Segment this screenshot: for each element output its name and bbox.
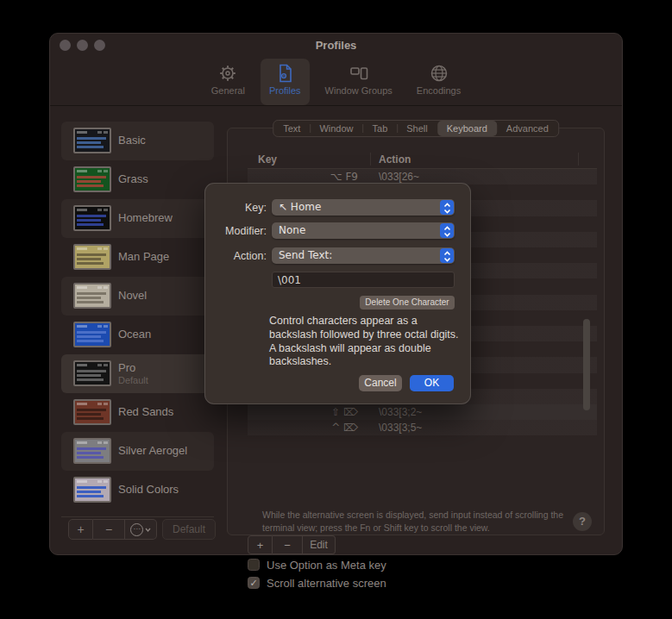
add-binding-button[interactable]: + — [248, 535, 273, 554]
profile-thumbnail — [73, 438, 111, 464]
profile-thumbnail — [73, 360, 111, 386]
ok-button[interactable]: OK — [410, 375, 454, 391]
profile-thumbnail — [73, 166, 111, 192]
remove-profile-button[interactable]: − — [93, 519, 125, 540]
profile-name: Red Sands — [118, 405, 173, 418]
table-header: Key Action — [248, 150, 597, 169]
profile-name: Grass — [118, 172, 148, 185]
tab-keyboard[interactable]: Keyboard — [437, 121, 497, 136]
preferences-window: Profiles General Pr — [49, 33, 623, 555]
modifier-popup[interactable]: None — [272, 222, 455, 239]
tab-window[interactable]: Window — [310, 121, 362, 136]
profile-name: Pro — [118, 361, 135, 374]
profile-thumbnail — [73, 128, 111, 153]
key-popup-value: ↖ Home — [279, 201, 321, 213]
profile-name: Silver Aerogel — [118, 444, 187, 457]
cancel-button[interactable]: Cancel — [359, 375, 402, 391]
window-groups-icon — [349, 63, 369, 84]
key-popup[interactable]: ↖ Home — [272, 199, 455, 216]
profile-row-red-sands[interactable]: Red Sands — [61, 393, 214, 432]
profile-row-homebrew[interactable]: Homebrew — [61, 199, 214, 238]
profile-thumbnail — [73, 399, 111, 425]
profile-row-basic[interactable]: Basic — [61, 122, 214, 160]
profile-thumbnail — [73, 205, 111, 231]
tab-shell[interactable]: Shell — [397, 121, 436, 136]
toolbar-item-window-groups[interactable]: Window Groups — [317, 59, 401, 105]
profile-actions-menu-button[interactable]: ⋯ — [125, 519, 157, 540]
modifier-label: Modifier: — [205, 225, 267, 237]
toolbar-item-encodings[interactable]: Encodings — [408, 59, 469, 105]
profile-row-pro[interactable]: Pro Default — [61, 354, 214, 393]
up-down-chevrons-icon — [443, 203, 451, 214]
chevron-down-icon — [145, 528, 151, 532]
globe-icon — [429, 63, 449, 84]
up-down-chevrons-icon — [443, 251, 451, 262]
toolbar-item-profiles[interactable]: Profiles — [261, 59, 310, 105]
edit-button-label: Edit — [310, 539, 328, 551]
table-scrollbar[interactable] — [583, 319, 590, 410]
popup-stepper-capsule — [440, 248, 454, 263]
remove-binding-button[interactable]: − — [273, 535, 303, 554]
toolbar-item-general[interactable]: General — [203, 59, 254, 105]
profile-thumbnail — [73, 477, 111, 503]
delete-one-character-button[interactable]: Delete One Character — [360, 296, 455, 310]
profile-name: Basic — [118, 134, 146, 147]
toolbar-divider — [50, 105, 622, 106]
default-button-label: Default — [173, 523, 205, 535]
sidebar-footer: + − ⋯ Default — [68, 519, 216, 540]
key-cell: ⇧ ⌦ — [248, 406, 358, 418]
modifier-popup-value: None — [279, 224, 305, 236]
profile-row-solid-colors[interactable]: Solid Colors — [61, 471, 214, 510]
action-popup[interactable]: Send Text: — [272, 247, 455, 264]
send-text-input[interactable]: \001 — [272, 272, 455, 288]
control-characters-note: Control characters appear as a backslash… — [269, 315, 463, 369]
tab-tab[interactable]: Tab — [363, 121, 398, 136]
checkbox-unchecked[interactable] — [248, 559, 260, 571]
alternative-screen-footnote: While the alternative screen is displaye… — [262, 509, 566, 534]
toolbar: General Profiles Window Groups — [50, 56, 622, 105]
key-binding-editor-dialog: Key: ↖ Home Modifier: None Action: Send — [204, 183, 471, 404]
popup-stepper-capsule — [440, 223, 454, 238]
gear-icon — [217, 63, 238, 84]
column-header-key[interactable]: Key — [258, 153, 277, 166]
profile-default-badge: Default — [118, 375, 148, 385]
add-profile-button[interactable]: + — [68, 519, 93, 540]
edit-binding-button[interactable]: Edit — [303, 535, 336, 554]
profile-name: Solid Colors — [118, 483, 179, 496]
popup-stepper-capsule — [440, 200, 454, 215]
profile-row-ocean[interactable]: Ocean — [61, 316, 214, 354]
key-cell: ^ ⌦ — [248, 422, 358, 434]
toolbar-label-profiles: Profiles — [269, 85, 301, 96]
profile-row-novel[interactable]: Novel — [61, 277, 214, 316]
tab-text[interactable]: Text — [273, 121, 310, 136]
titlebar[interactable]: Profiles — [50, 34, 622, 56]
profile-thumbnail — [73, 244, 111, 270]
key-cell: ⌥ F9 — [248, 171, 358, 183]
question-mark-icon: ? — [579, 515, 586, 528]
up-down-chevrons-icon — [443, 226, 451, 237]
table-row-selected[interactable]: ⇧ ⌦ \033[3;2~ — [248, 404, 597, 420]
checkbox-checked[interactable]: ✓ — [248, 577, 260, 589]
profile-tabs: Text Window Tab Shell Keyboard Advanced — [273, 120, 559, 137]
plus-icon: + — [257, 539, 264, 552]
toolbar-label-window-groups: Window Groups — [325, 85, 393, 96]
profile-row-man-page[interactable]: Man Page — [61, 238, 214, 277]
toolbar-label-encodings: Encodings — [417, 85, 461, 96]
action-cell: \033[3;2~ — [379, 406, 422, 418]
profile-row-silver-aerogel[interactable]: Silver Aerogel — [61, 432, 214, 471]
table-row[interactable]: ^ ⌦ \033[3;5~ — [248, 420, 597, 435]
action-label: Action: — [205, 250, 267, 262]
tab-advanced[interactable]: Advanced — [497, 121, 558, 136]
checkbox-label: Scroll alternative screen — [267, 577, 386, 590]
set-default-button[interactable]: Default — [162, 519, 216, 540]
help-button[interactable]: ? — [573, 512, 592, 531]
plus-icon: + — [77, 522, 84, 536]
check-icon: ✓ — [249, 578, 257, 588]
profile-name: Man Page — [118, 250, 169, 263]
profile-row-grass[interactable]: Grass — [61, 160, 214, 199]
profile-name: Novel — [118, 289, 147, 302]
column-divider — [578, 153, 579, 166]
column-header-action[interactable]: Action — [379, 153, 411, 166]
minus-icon: − — [284, 539, 291, 552]
profile-name: Homebrew — [118, 211, 173, 224]
